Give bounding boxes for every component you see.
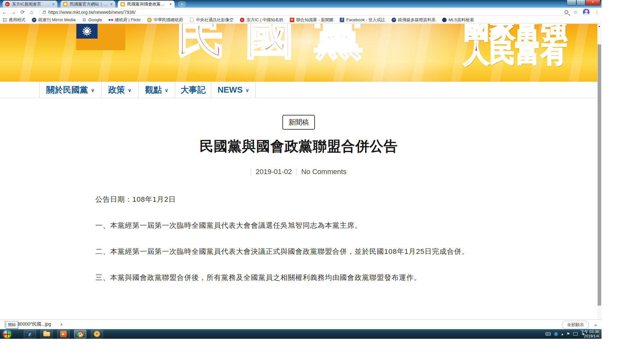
- window-controls: – ❐ ✕: [567, 0, 600, 5]
- chrome-icon: [77, 331, 83, 337]
- browser-toolbar: ← → ⟳ ⌂ https://www.mkt.org.tw/newweb/ne…: [0, 8, 601, 16]
- tab-close-icon[interactable]: ×: [169, 2, 172, 6]
- taskbar: e ▶ ✶ ? ▴ ⚑ ◄ 下午 03:38 2019/1/4: [0, 329, 601, 339]
- tab-close-icon[interactable]: ×: [52, 2, 55, 6]
- address-bar[interactable]: https://www.mkt.org.tw/newweb/news/7938/: [39, 9, 567, 15]
- nav-item-news[interactable]: NEWS∨: [211, 82, 256, 98]
- bookmark-google[interactable]: GGoogle: [82, 17, 102, 22]
- bookmark-star-icon[interactable]: ☆: [573, 9, 578, 15]
- browser-tab-2[interactable]: 民國黨官方網站｜國家富強人民 ×: [61, 1, 115, 8]
- article-paragraph: 二、本黨經第一屆第一次臨時全國黨員代表大會決議正式與國會政黨聯盟合併，並於民國1…: [95, 247, 524, 256]
- ic-icon: IC: [240, 18, 244, 22]
- page-scrollbar[interactable]: ▲: [597, 24, 601, 319]
- desktop-canvas: IC 东方IC新闻首页 × 民國黨官方網站｜國家富強人民 × 民國黨與國會政黨聯…: [0, 0, 644, 360]
- meta-divider: [251, 168, 251, 176]
- page-viewport: 民國黨 國家富強 人民富有 關於民國黨∨ 政策∨ 觀點∨ 大事記 NEWS∨ 新…: [0, 24, 597, 319]
- profile-avatar[interactable]: [583, 9, 590, 15]
- taskbar-clock[interactable]: 下午 03:38 2019/1/4: [581, 329, 599, 338]
- nav-item-about[interactable]: 關於民國黨∨: [39, 82, 101, 98]
- mirror-media-icon: M: [32, 18, 36, 22]
- banner-slogan: 國家富強 人民富有: [428, 24, 567, 65]
- document-icon: [190, 18, 194, 22]
- article-meta: 2019-01-02 No Comments: [0, 168, 597, 176]
- udn-icon: 聯: [290, 18, 294, 22]
- nav-item-milestones[interactable]: 大事記: [175, 82, 211, 98]
- taskbar-ie-button[interactable]: e: [24, 330, 36, 338]
- tab-close-icon[interactable]: ×: [110, 2, 113, 6]
- download-file-name[interactable]: 0190000^民國...jpg: [13, 321, 51, 327]
- presidential-office-icon: [147, 18, 152, 22]
- help-icon[interactable]: ?: [554, 332, 558, 336]
- photo-app-icon: ✶: [94, 331, 100, 337]
- bookmark-dfic[interactable]: IC东方IC | 中國知名的: [240, 17, 283, 23]
- zoom-indicator-icon[interactable]: [564, 10, 568, 14]
- taskbar-chrome-button[interactable]: [74, 330, 86, 338]
- hidden-icons-arrow[interactable]: ▴: [561, 332, 563, 336]
- clock-time: 下午 03:38: [581, 329, 599, 334]
- bookmark-presidential-office[interactable]: 中華民國總統府: [147, 17, 183, 23]
- taskbar-explorer-button[interactable]: [41, 330, 53, 338]
- bookmark-flickr[interactable]: 總統府 | Flickr: [109, 17, 141, 23]
- start-button[interactable]: [3, 329, 12, 338]
- bookmark-apps[interactable]: 應用程式: [3, 17, 25, 23]
- browser-tab-3-active[interactable]: 民國黨與國會政黨聯盟合併公告 ×: [118, 1, 175, 8]
- bookmark-cna[interactable]: 中央社通訊社影像空: [189, 17, 233, 23]
- back-icon[interactable]: ←: [0, 9, 9, 15]
- article-paragraph: 一、本黨經第一屆第一次臨時全國黨員代表大會會議選任吳旭智同志為本黨主席。: [95, 221, 524, 230]
- mirror-media-icon: M: [392, 18, 396, 22]
- bookmark-udn[interactable]: 聯聯合知識庫 - 新聞圖: [290, 17, 334, 23]
- toolbar-right: ☆ ⋮: [564, 8, 600, 16]
- main-navigation: 關於民國黨∨ 政策∨ 觀點∨ 大事記 NEWS∨: [0, 82, 597, 98]
- slogan-line-2: 人民富有: [428, 41, 567, 65]
- start-button-tooltip: 開始: [6, 321, 18, 328]
- chevron-down-icon: ∨: [128, 88, 131, 93]
- nav-item-viewpoint[interactable]: 觀點∨: [138, 82, 175, 98]
- article-paragraph: 公告日期：108年1月2日: [95, 195, 524, 204]
- show-all-downloads-button[interactable]: 全部顯示: [562, 321, 589, 329]
- tab-title: 东方IC新闻首页: [12, 1, 50, 7]
- article-body: 公告日期：108年1月2日 一、本黨經第一屆第一次臨時全國黨員代表大會會議選任吳…: [95, 195, 524, 282]
- action-center-flag-icon[interactable]: ⚑: [566, 332, 570, 336]
- bookmark-facebook[interactable]: fFacebook - 登入或註: [340, 17, 385, 23]
- mls-icon: [442, 18, 447, 22]
- lock-icon: [43, 12, 46, 14]
- home-icon[interactable]: ⌂: [27, 9, 36, 15]
- shelf-close-icon[interactable]: ×: [594, 322, 597, 328]
- download-caret-icon[interactable]: ∧: [60, 322, 63, 327]
- forward-icon[interactable]: →: [9, 9, 18, 15]
- network-icon[interactable]: [573, 332, 578, 336]
- article-date: 2019-01-02: [256, 168, 292, 176]
- show-desktop-button[interactable]: [600, 329, 601, 339]
- url-text[interactable]: https://www.mkt.org.tw/newweb/news/7938/: [48, 10, 136, 15]
- article-comments[interactable]: No Comments: [301, 168, 346, 176]
- taskbar-media-player-button[interactable]: ▶: [57, 330, 70, 338]
- window-titlebar: IC 东方IC新闻首页 × 民國黨官方網站｜國家富強人民 × 民國黨與國會政黨聯…: [0, 0, 601, 8]
- scrollbar-thumb[interactable]: [598, 44, 601, 306]
- bookmark-mls[interactable]: MLS資料檢索: [442, 17, 474, 23]
- taskbar-photo-app-button[interactable]: ✶: [91, 330, 103, 338]
- facebook-icon: f: [340, 18, 344, 22]
- minimize-button[interactable]: –: [567, 0, 576, 5]
- mkt-favicon: [63, 2, 68, 6]
- maximize-button[interactable]: ❐: [576, 0, 585, 5]
- browser-tab-1[interactable]: IC 东方IC新闻首页 ×: [3, 1, 57, 8]
- bookmark-mirror-weekly[interactable]: M鏡週刊 Mirror Media: [32, 17, 76, 23]
- google-g-icon: G: [82, 18, 87, 22]
- new-tab-button[interactable]: +: [178, 1, 186, 7]
- close-button[interactable]: ✕: [585, 0, 600, 5]
- bookmark-mirror-db[interactable]: M鏡傳媒多媒體資料系: [392, 17, 436, 23]
- nav-item-policy[interactable]: 政策∨: [101, 82, 138, 98]
- chevron-down-icon: ∨: [246, 88, 249, 93]
- screen: IC 东方IC新闻首页 × 民國黨官方網站｜國家富強人民 × 民國黨與國會政黨聯…: [0, 0, 601, 339]
- chevron-down-icon: ∨: [91, 88, 95, 93]
- site-banner: 民國黨 國家富強 人民富有: [0, 24, 597, 82]
- scroll-up-arrow[interactable]: ▲: [597, 24, 601, 29]
- keyboard-icon[interactable]: [545, 332, 551, 336]
- apps-grid-icon: [3, 18, 7, 22]
- tab-title: 民國黨與國會政黨聯盟合併公告: [127, 1, 167, 7]
- party-logo-text: 民國黨: [176, 24, 383, 69]
- media-player-icon: ▶: [60, 331, 67, 337]
- reload-icon[interactable]: ⟳: [18, 9, 27, 15]
- category-badge[interactable]: 新聞稿: [282, 115, 315, 130]
- browser-menu-icon[interactable]: ⋮: [595, 9, 600, 15]
